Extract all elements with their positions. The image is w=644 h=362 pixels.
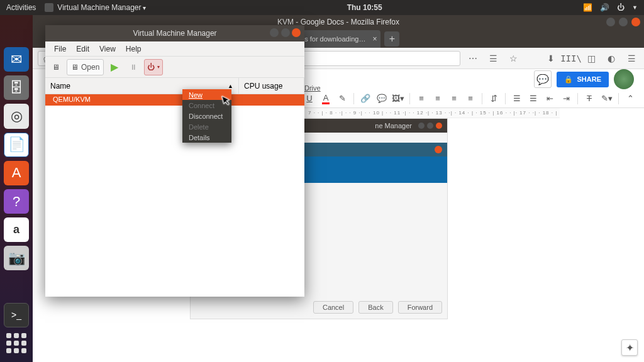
launcher-amazon[interactable]: a xyxy=(4,217,29,242)
power-icon: ⏻ xyxy=(147,63,155,72)
user-avatar[interactable] xyxy=(614,69,634,89)
highlight-button[interactable]: ✎ xyxy=(335,91,350,106)
nested-back-button: Back xyxy=(358,301,392,314)
wifi-indicator-icon[interactable]: 📶 xyxy=(583,3,592,12)
decrease-indent-button[interactable]: ⇤ xyxy=(542,91,557,106)
pause-button[interactable]: ⏸ xyxy=(125,59,142,75)
menu-edit[interactable]: Edit xyxy=(71,45,94,53)
shopping-bag-icon: A xyxy=(12,165,21,181)
insert-link-button[interactable]: 🔗 xyxy=(358,91,373,106)
align-justify-button[interactable]: ≡ xyxy=(463,91,478,106)
clock[interactable]: Thu 10:55 xyxy=(146,3,583,12)
vmm-window-controls xyxy=(270,28,301,39)
ctx-disconnect[interactable]: Disconnect xyxy=(182,111,231,121)
reader-mode-icon[interactable]: ☰ xyxy=(486,51,501,66)
show-applications-button[interactable] xyxy=(4,331,29,356)
firefox-window-controls xyxy=(606,18,640,26)
launcher-rhythmbox[interactable]: ◎ xyxy=(4,104,29,128)
thunderbird-icon: ✉ xyxy=(11,52,22,68)
gdocs-format-toolbar: U A ✎ 🔗 💬 🖼▾ ≡ ≡ ≡ ≡ ⇵ ☰ ☰ ⇤ ⇥ T ✎▾ ⌃ xyxy=(296,89,644,108)
gdocs-ruler[interactable]: 7 · · | · 8 · ·| · · 9 ·| · · 10 | · · 1… xyxy=(306,108,560,118)
open-button[interactable]: 🖥Open xyxy=(67,59,104,75)
vmm-toolbar: 🖥 🖥Open ▶ ⏸ ⏻ xyxy=(45,57,304,78)
editing-mode-button[interactable]: ✎▾ xyxy=(599,91,614,106)
document-icon: 📄 xyxy=(8,136,25,153)
new-tab-button[interactable]: + xyxy=(384,31,399,47)
launcher-files[interactable]: 🗄 xyxy=(4,75,29,100)
maximize-button[interactable] xyxy=(281,28,290,37)
comments-button[interactable]: 💬 xyxy=(534,70,552,88)
collapse-toolbar-button[interactable]: ⌃ xyxy=(623,91,638,106)
menu-help[interactable]: Help xyxy=(121,45,147,53)
maximize-button[interactable] xyxy=(619,18,628,26)
close-button[interactable] xyxy=(292,28,301,37)
share-label: SHARE xyxy=(577,75,601,83)
close-button[interactable] xyxy=(631,18,640,26)
monitor-icon: 🖥 xyxy=(52,63,60,72)
play-icon: ▶ xyxy=(111,61,118,73)
launcher-help[interactable]: ? xyxy=(4,189,29,214)
downloads-icon[interactable]: ⬇ xyxy=(543,51,558,66)
pause-icon: ⏸ xyxy=(130,63,137,72)
comment-icon: 💬 xyxy=(536,74,549,85)
sort-ascending-icon: ▲ xyxy=(228,83,233,89)
volume-indicator-icon[interactable]: 🔊 xyxy=(600,3,609,12)
help-icon: ? xyxy=(13,194,20,210)
sidebar-icon[interactable]: ◫ xyxy=(584,51,599,66)
connection-row-qemu[interactable]: QEMU/KVM xyxy=(45,94,304,106)
library-icon[interactable]: III\ xyxy=(564,51,579,66)
system-menu-chevron-icon[interactable]: ▼ xyxy=(632,4,638,11)
bulleted-list-button[interactable]: ☰ xyxy=(526,91,541,106)
launcher-screenshot[interactable]: 📷 xyxy=(4,246,29,270)
shutdown-button[interactable]: ⏻ xyxy=(144,59,163,75)
vmm-menubar: File Edit View Help xyxy=(45,41,304,57)
launcher-terminal[interactable]: >_ xyxy=(4,303,29,327)
numbered-list-button[interactable]: ☰ xyxy=(509,91,525,106)
new-vm-button[interactable]: 🖥 xyxy=(48,59,64,75)
camera-icon: 📷 xyxy=(8,250,25,266)
vmm-list-header: Name ▲ CPU usage xyxy=(45,78,304,94)
minimize-button[interactable] xyxy=(606,18,615,26)
explore-button[interactable]: ✦ xyxy=(621,339,638,356)
menu-view[interactable]: View xyxy=(94,45,121,53)
vmm-connection-list[interactable]: QEMU/KVM xyxy=(45,94,304,297)
app-menu[interactable]: Virtual Machine Manager xyxy=(57,3,146,12)
launcher-software[interactable]: A xyxy=(4,161,29,185)
amazon-icon: a xyxy=(13,223,19,236)
align-center-button[interactable]: ≡ xyxy=(430,91,445,106)
gnome-top-bar: Activities Virtual Machine Manager Thu 1… xyxy=(0,0,644,15)
column-cpu[interactable]: CPU usage xyxy=(239,78,304,94)
power-indicator-icon[interactable]: ⏻ xyxy=(617,3,625,12)
clear-formatting-button[interactable]: T xyxy=(582,91,597,106)
share-button[interactable]: 🔒 SHARE xyxy=(557,72,609,87)
text-color-button[interactable]: A xyxy=(318,91,333,106)
music-icon: ◎ xyxy=(11,108,23,124)
menu-file[interactable]: File xyxy=(49,45,71,53)
line-spacing-button[interactable]: ⇵ xyxy=(486,91,501,106)
pocket-icon[interactable]: ◐ xyxy=(604,51,619,66)
open-label: Open xyxy=(81,63,99,72)
insert-comment-button[interactable]: 💬 xyxy=(374,91,389,106)
vmm-titlebar[interactable]: Virtual Machine Manager xyxy=(45,25,304,41)
run-button[interactable]: ▶ xyxy=(106,59,123,75)
tab-close-icon[interactable]: × xyxy=(372,35,377,43)
column-name-label: Name xyxy=(50,82,70,90)
files-icon: 🗄 xyxy=(9,80,23,96)
nested-dialog-footer: Cancel Back Forward xyxy=(313,301,442,314)
minimize-button[interactable] xyxy=(270,28,279,37)
vmm-title: Virtual Machine Manager xyxy=(133,29,216,38)
align-right-button[interactable]: ≡ xyxy=(447,91,462,106)
terminal-icon: >_ xyxy=(11,310,21,320)
increase-indent-button[interactable]: ⇥ xyxy=(558,91,574,106)
align-left-button[interactable]: ≡ xyxy=(414,91,429,106)
ctx-details[interactable]: Details xyxy=(182,132,231,143)
launcher-writer[interactable]: 📄 xyxy=(4,133,29,157)
more-actions-icon[interactable]: ⋯ xyxy=(465,51,480,66)
monitor-icon: 🖥 xyxy=(71,63,79,72)
insert-image-button[interactable]: 🖼▾ xyxy=(391,91,406,106)
lock-icon: 🔒 xyxy=(564,75,573,84)
launcher-thunderbird[interactable]: ✉ xyxy=(4,47,29,72)
bookmark-star-icon[interactable]: ☆ xyxy=(506,51,521,66)
hamburger-menu-icon[interactable]: ☰ xyxy=(624,51,639,66)
activities-button[interactable]: Activities xyxy=(6,3,36,12)
